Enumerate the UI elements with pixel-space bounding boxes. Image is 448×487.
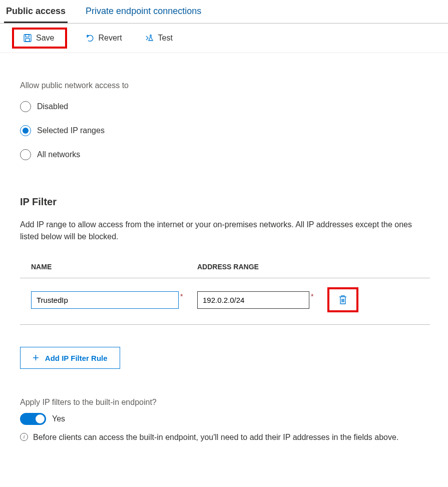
tab-public-access[interactable]: Public access (4, 0, 68, 23)
toggle-label-yes: Yes (52, 414, 65, 423)
apply-ip-filters-label: Apply IP filters to the built-in endpoin… (20, 398, 430, 407)
svg-rect-1 (26, 35, 29, 37)
trash-icon (338, 295, 347, 304)
svg-rect-0 (24, 35, 31, 42)
required-star: * (180, 292, 183, 300)
save-highlight-box: Save (12, 28, 67, 49)
radio-label-selected-ip: Selected IP ranges (37, 126, 105, 135)
revert-icon (85, 34, 94, 43)
column-address-range-header: ADDRESS RANGE (197, 263, 419, 271)
save-label: Save (36, 34, 54, 43)
ip-filter-description: Add IP range to allow access from the in… (20, 219, 430, 243)
required-star: * (311, 292, 313, 300)
toggle-row: Yes (20, 413, 430, 425)
test-label: Test (158, 34, 173, 43)
tab-private-endpoint-connections[interactable]: Private endpoint connections (84, 0, 203, 23)
revert-button[interactable]: Revert (80, 31, 127, 46)
add-ip-filter-rule-button[interactable]: + Add IP Filter Rule (20, 347, 120, 369)
radio-all[interactable] (20, 149, 31, 160)
save-button[interactable]: Save (18, 31, 59, 46)
save-icon (23, 34, 32, 43)
radio-selected-ip[interactable] (20, 125, 31, 136)
test-button[interactable]: Test (140, 31, 178, 46)
radio-label-disabled: Disabled (37, 102, 68, 111)
info-icon: i (20, 433, 28, 441)
radio-disabled[interactable] (20, 101, 31, 112)
radio-option-disabled[interactable]: Disabled (20, 101, 430, 112)
revert-label: Revert (98, 34, 122, 43)
address-cell: * (197, 291, 330, 309)
info-row: i Before clients can access the built-in… (20, 431, 430, 444)
add-ip-filter-rule-label: Add IP Filter Rule (45, 354, 108, 362)
radio-option-all[interactable]: All networks (20, 149, 430, 160)
svg-rect-2 (26, 39, 30, 42)
column-name-header: NAME (31, 263, 197, 271)
delete-ip-filter-button[interactable] (336, 293, 349, 306)
ip-filter-address-input[interactable] (197, 291, 309, 309)
toolbar: Save Revert Test (0, 24, 448, 53)
radio-option-selected-ip[interactable]: Selected IP ranges (20, 125, 430, 136)
info-text: Before clients can access the built-in e… (33, 431, 398, 444)
delete-highlight-box (327, 287, 358, 312)
name-cell: * (31, 291, 197, 309)
access-section-label: Allow public network access to (20, 81, 430, 90)
tabs-bar: Public access Private endpoint connectio… (0, 0, 448, 24)
ip-filter-table-header: NAME ADDRESS RANGE (20, 263, 430, 278)
apply-ip-filters-toggle[interactable] (20, 413, 46, 425)
test-icon (145, 34, 154, 43)
access-radio-group: Disabled Selected IP ranges All networks (20, 101, 430, 160)
content-area: Allow public network access to Disabled … (0, 53, 448, 456)
ip-filter-name-input[interactable] (31, 291, 179, 309)
ip-filter-heading: IP Filter (20, 196, 430, 208)
table-row: * * (20, 278, 430, 325)
plus-icon: + (33, 352, 39, 363)
radio-label-all: All networks (37, 150, 80, 159)
